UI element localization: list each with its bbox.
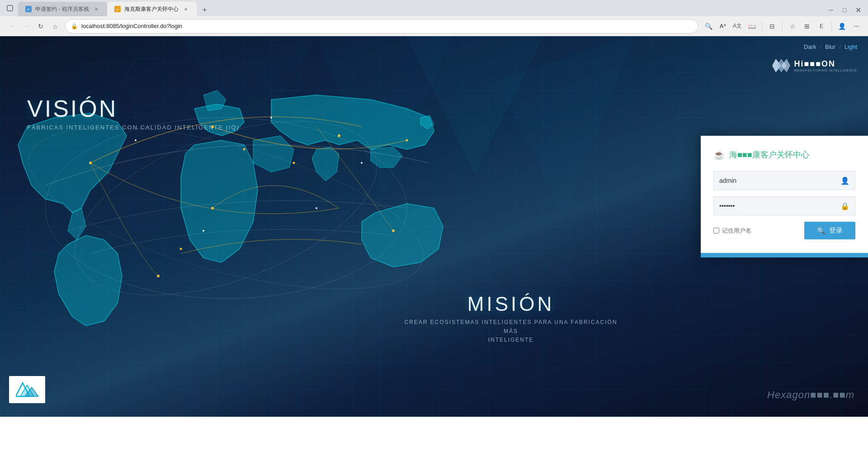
tab-bar: P 申请签约 - 程序员客栈 ✕ H 海克斯康客户关怀中心 ✕ + ─ □ ✕ [0, 0, 868, 16]
svg-point-23 [243, 148, 245, 151]
svg-point-15 [89, 162, 92, 164]
tab-海克斯康[interactable]: H 海克斯康客户关怀中心 ✕ [107, 2, 197, 16]
lock-icon: 🔒 [71, 23, 78, 29]
vision-block: VISIÓN FÁBRICAS INTELIGENTES CON CALIDAD… [27, 95, 240, 131]
new-tab-button[interactable]: + [198, 4, 211, 16]
login-title-icon: ☕ [713, 149, 725, 160]
theme-sep1: / [820, 43, 821, 50]
tab1-favicon: P [25, 6, 32, 12]
svg-point-20 [157, 275, 160, 277]
address-bar: ← → ↻ ⌂ 🔒 localhost:8085/loginController… [0, 16, 868, 36]
username-field[interactable]: 👤 [713, 171, 855, 190]
login-btn-icon: 🔍 [817, 227, 826, 235]
mission-title: MISIÓN [398, 293, 624, 315]
toolbar-right: 🔍 A⁺ A文 📖 ⊟ ☆ ⊞ E 👤 ··· [702, 20, 863, 33]
svg-rect-0 [7, 5, 13, 11]
mission-subtitle: CREAR ECOSISTEMAS INTELIGENTES PARA UNA … [398, 318, 624, 344]
maximize-button[interactable]: □ [838, 4, 851, 16]
refresh-button[interactable]: ↻ [34, 20, 47, 33]
extensions-btn[interactable]: E [815, 20, 828, 33]
theme-light-btn[interactable]: Light [844, 43, 857, 50]
login-btn-label: 登录 [829, 226, 843, 235]
brand-logo-icon [772, 59, 790, 72]
forward-button[interactable]: → [20, 20, 33, 33]
svg-point-24 [406, 139, 408, 142]
svg-point-29 [203, 230, 204, 232]
immersive-reader-btn[interactable]: 📖 [745, 20, 758, 33]
svg-point-18 [338, 134, 340, 137]
toolbar-sep2 [782, 22, 783, 31]
window-icon-btn[interactable] [4, 2, 16, 14]
theme-dark-btn[interactable]: Dark [804, 43, 816, 50]
nav-buttons: ← → ↻ ⌂ [5, 20, 61, 33]
svg-marker-11 [665, 72, 719, 118]
search-toolbar-btn[interactable]: 🔍 [702, 20, 715, 33]
svg-point-17 [211, 207, 214, 210]
remember-text: 记住用户名 [722, 227, 751, 235]
password-icon: 🔒 [840, 202, 849, 210]
svg-point-26 [270, 117, 272, 119]
theme-blur-btn[interactable]: Blur [825, 43, 835, 50]
password-input[interactable] [719, 202, 837, 210]
vision-subtitle: FÁBRICAS INTELIGENTES CON CALIDAD INTELI… [27, 124, 240, 131]
brand-logo-text: Hi■■■ON MANUFACTURING INTELLIGENCE [794, 59, 857, 72]
svg-point-19 [392, 229, 395, 232]
toolbar-sep3 [831, 22, 832, 31]
url-bar[interactable]: 🔒 localhost:8085/loginController.do?logi… [65, 19, 698, 33]
mission-block: MISIÓN CREAR ECOSISTEMAS INTELIGENTES PA… [398, 293, 624, 344]
toolbar-sep1 [762, 22, 762, 31]
login-panel: ☕ 海■■■康客户关怀中心 👤 🔒 记住用户名 🔍 [701, 136, 868, 257]
bottom-left-logo [9, 376, 45, 403]
back-button[interactable]: ← [5, 20, 18, 33]
split-view-btn[interactable]: ⊟ [766, 20, 778, 33]
svg-point-27 [361, 162, 363, 164]
vision-title: VISIÓN [27, 95, 240, 122]
login-panel-inner: ☕ 海■■■康客户关怀中心 👤 🔒 记住用户名 🔍 [701, 136, 868, 253]
url-text: localhost:8085/loginController.do?login [81, 23, 693, 29]
tab1-close-btn[interactable]: ✕ [93, 5, 100, 13]
login-button[interactable]: 🔍 登录 [804, 222, 855, 239]
login-title-text: 海■■■康客户关怀中心 [729, 149, 809, 160]
password-field[interactable]: 🔒 [713, 196, 855, 215]
remember-checkbox[interactable] [713, 228, 719, 233]
login-bottom: 记住用户名 🔍 登录 [713, 222, 855, 239]
theme-switcher: Dark / Blur / Light [804, 43, 857, 50]
tab-申请签约[interactable]: P 申请签约 - 程序员客栈 ✕ [18, 2, 107, 16]
collections-btn[interactable]: ⊞ [801, 20, 813, 33]
browser-chrome: P 申请签约 - 程序员客栈 ✕ H 海克斯康客户关怀中心 ✕ + ─ □ ✕ [0, 0, 868, 36]
home-button[interactable]: ⌂ [49, 20, 61, 33]
tab2-favicon: H [114, 6, 121, 12]
svg-point-22 [180, 248, 182, 250]
svg-point-25 [135, 139, 137, 141]
bottom-right-text: Hexagon■■■.■■m [767, 389, 854, 401]
login-panel-footer [701, 253, 868, 257]
page-content: Dark / Blur / Light Hi■■■ON MANUFACTURIN… [0, 36, 868, 417]
tab1-label: 申请签约 - 程序员客栈 [35, 5, 89, 13]
login-title: ☕ 海■■■康客户关怀中心 [713, 149, 855, 160]
tab2-close-btn[interactable]: ✕ [182, 5, 189, 13]
svg-point-21 [293, 162, 295, 164]
tab2-label: 海克斯康客户关怀中心 [124, 5, 179, 13]
profile-btn[interactable]: 👤 [835, 20, 848, 33]
read-mode-btn[interactable]: A⁺ [717, 20, 729, 33]
brand-logo: Hi■■■ON MANUFACTURING INTELLIGENCE [772, 59, 857, 72]
minimize-button[interactable]: ─ [825, 4, 837, 16]
username-icon: 👤 [840, 176, 849, 185]
remember-label[interactable]: 记住用户名 [713, 227, 751, 235]
username-input[interactable] [719, 177, 837, 184]
svg-point-28 [316, 207, 317, 209]
svg-text:P: P [27, 8, 29, 12]
translate-btn[interactable]: A文 [731, 20, 744, 33]
more-btn[interactable]: ··· [850, 20, 863, 33]
favorites-btn[interactable]: ☆ [786, 20, 799, 33]
theme-sep2: / [839, 43, 841, 50]
svg-text:H: H [116, 8, 119, 12]
close-button[interactable]: ✕ [852, 4, 864, 16]
